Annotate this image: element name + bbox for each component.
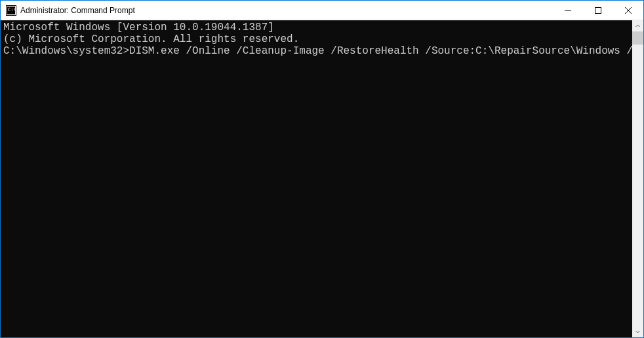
scroll-up-button[interactable] bbox=[632, 20, 643, 31]
window-controls bbox=[553, 1, 643, 20]
chevron-down-icon bbox=[635, 329, 640, 334]
svg-text:C:\: C:\ bbox=[8, 7, 16, 12]
svg-rect-5 bbox=[595, 7, 601, 13]
terminal-prompt: C:\Windows\system32> bbox=[3, 45, 129, 57]
terminal-prompt-line: C:\Windows\system32>DISM.exe /Online /Cl… bbox=[3, 45, 632, 57]
scroll-track[interactable] bbox=[632, 31, 643, 326]
titlebar[interactable]: C:\ Administrator: Command Prompt bbox=[1, 1, 643, 20]
terminal-container: Microsoft Windows [Version 10.0.19044.13… bbox=[1, 20, 643, 337]
minimize-icon bbox=[565, 7, 571, 14]
close-button[interactable] bbox=[613, 1, 643, 20]
minimize-button[interactable] bbox=[553, 1, 583, 20]
vertical-scrollbar[interactable] bbox=[632, 20, 643, 337]
chevron-up-icon bbox=[635, 24, 640, 28]
terminal[interactable]: Microsoft Windows [Version 10.0.19044.13… bbox=[1, 20, 632, 337]
maximize-button[interactable] bbox=[583, 1, 613, 20]
scroll-down-button[interactable] bbox=[632, 326, 643, 337]
scroll-thumb[interactable] bbox=[632, 31, 643, 45]
command-prompt-window: C:\ Administrator: Command Prompt bbox=[1, 1, 643, 337]
terminal-output-line: (c) Microsoft Corporation. All rights re… bbox=[3, 33, 632, 45]
terminal-output-line: Microsoft Windows [Version 10.0.19044.13… bbox=[3, 22, 632, 33]
terminal-command: DISM.exe /Online /Cleanup-Image /Restore… bbox=[129, 45, 632, 57]
maximize-icon bbox=[595, 7, 601, 14]
close-icon bbox=[625, 7, 632, 14]
window-title: Administrator: Command Prompt bbox=[20, 6, 553, 15]
cmd-icon: C:\ bbox=[6, 5, 16, 16]
